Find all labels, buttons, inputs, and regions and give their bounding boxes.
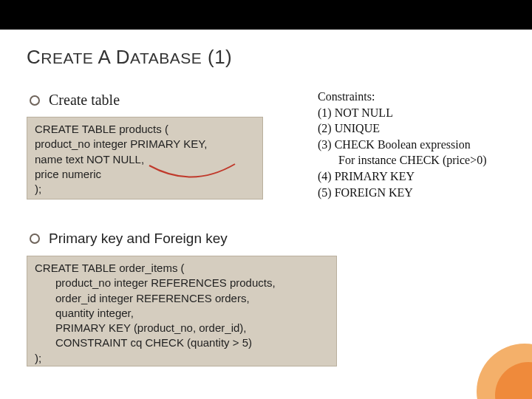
bullet-text: Create table <box>49 92 120 109</box>
title-w2-initial: A <box>98 46 110 68</box>
code-line: quantity integer, <box>35 306 329 321</box>
bullet-ring-icon <box>30 95 40 106</box>
constraints-item: (4) PRIMARY KEY <box>318 168 517 185</box>
code-block-order-items: CREATE TABLE order_items ( product_no in… <box>27 256 337 366</box>
constraints-heading: Constraints: <box>318 89 517 105</box>
code-line: product_no integer PRIMARY KEY, <box>35 137 255 151</box>
code-block-create-table: CREATE TABLE products ( product_no integ… <box>27 117 263 200</box>
code-line: CREATE TABLE products ( <box>35 122 255 137</box>
constraints-item: (1) NOT NULL <box>318 105 517 121</box>
code-line: name text NOT NULL, <box>35 152 255 167</box>
bullet-ring-icon <box>30 233 40 244</box>
code-line: PRIMARY KEY (product_no, order_id), <box>35 321 329 335</box>
code-line: ); <box>35 351 329 366</box>
code-line: order_id integer REFERENCES orders, <box>35 291 329 306</box>
title-w1-initial: C <box>27 46 41 68</box>
page-title: CREATE A DATABASE (1) <box>27 46 232 69</box>
code-line: ); <box>35 182 255 197</box>
constraints-list: Constraints: (1) NOT NULL (2) UNIQUE (3)… <box>318 89 517 200</box>
constraints-item: (3) CHECK Boolean expression <box>318 137 517 153</box>
title-w1-rest: REATE <box>41 50 93 66</box>
slide: CREATE A DATABASE (1) Create table CREAT… <box>0 30 532 399</box>
bullet-create-table: Create table <box>30 92 120 109</box>
bullet-text: Primary key and Foreign key <box>49 231 228 247</box>
constraints-item: (2) UNIQUE <box>318 120 517 137</box>
title-suffix: (1) <box>208 46 232 68</box>
title-w3-rest: ATABASE <box>130 50 202 66</box>
constraints-item: (5) FOREIGN KEY <box>318 185 517 201</box>
code-line: product_no integer REFERENCES products, <box>35 276 329 290</box>
code-line: price numeric <box>35 167 255 182</box>
code-line: CREATE TABLE order_items ( <box>35 261 329 276</box>
bullet-primary-foreign-key: Primary key and Foreign key <box>30 231 228 247</box>
constraints-item-sub: For instance CHECK (price>0) <box>318 152 517 168</box>
code-line: CONSTRAINT cq CHECK (quantity > 5) <box>35 335 329 350</box>
title-w3-initial: D <box>116 46 130 68</box>
